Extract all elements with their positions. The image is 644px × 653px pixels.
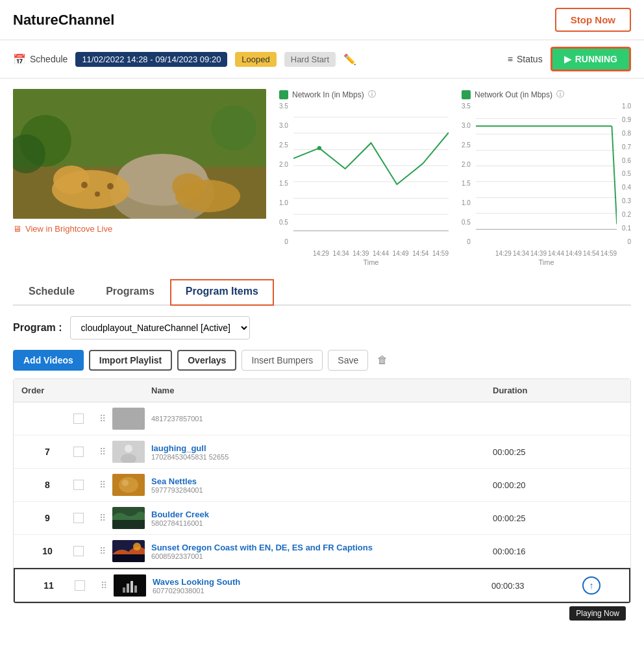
svg-rect-47 [134,585,137,593]
item-info: 4817237857001 [151,415,493,423]
action-buttons: Add Videos Import Playlist Overlays Inse… [13,350,631,371]
drag-handle[interactable]: ⠿ [101,580,114,591]
table-header: Order Name Duration [14,379,630,402]
video-thumbnail [112,408,145,430]
program-label: Program : [13,322,62,334]
item-name: laughing_gull [151,443,493,453]
insert-bumpers-button[interactable]: Insert Bumpers [242,350,323,371]
header-thumb [112,386,151,395]
svg-point-5 [53,166,90,194]
action-col: ↑ [582,576,621,595]
svg-point-8 [107,183,114,190]
table-row-playing: 11 ⠿ Waves Looking South 6077029038001 0… [14,568,630,603]
playing-now-container: Playing Now [13,606,631,621]
monitor-icon: 🖥 [13,224,21,234]
info-icon-out: ⓘ [556,89,564,100]
item-name: Sea Nettles [151,476,493,486]
running-button[interactable]: ▶ RUNNING [551,47,631,71]
row-checkbox[interactable] [73,513,84,523]
save-button[interactable]: Save [328,350,368,371]
schedule-text: Schedule [30,54,68,64]
row-checkbox[interactable] [73,413,84,424]
media-row: 🖥 View in Brightcove Live Network In (in… [13,89,631,266]
row-checkbox[interactable] [73,546,84,556]
video-thumbnail [112,507,145,529]
item-id: 5802784116001 [151,519,493,527]
trash-icon[interactable]: 🗑 [373,351,391,370]
item-name: Waves Looking South [153,577,491,587]
import-playlist-button[interactable]: Import Playlist [89,350,172,371]
svg-point-42 [133,543,141,550]
tab-schedule[interactable]: Schedule [13,279,90,306]
date-range[interactable]: 11/02/2022 14:28 - 09/14/2023 09:20 [75,52,227,67]
drag-handle[interactable]: ⠿ [99,480,112,490]
status-label: ≡ Status [508,54,543,64]
overlays-button[interactable]: Overlays [177,350,236,371]
order-num: 8 [21,480,73,490]
svg-point-36 [119,477,138,493]
add-videos-button[interactable]: Add Videos [13,350,84,371]
tab-programs[interactable]: Programs [90,279,170,306]
chart-out-y-axis-right: 1.00.90.80.70.60.50.40.30.20.10 [619,103,631,245]
chart-in-x-title: Time [293,258,449,266]
network-out-color [462,90,471,99]
item-id: 6008592337001 [151,552,493,560]
header-drag [99,386,112,395]
svg-point-37 [122,480,129,486]
video-thumbnail [112,540,145,562]
edit-icon[interactable]: ✏️ [343,53,356,66]
drag-handle[interactable]: ⠿ [99,546,112,556]
program-row: Program : cloudplayout_NatureChannel [Ac… [13,316,631,339]
svg-rect-46 [130,581,133,593]
network-out-chart: Network Out (in Mbps) ⓘ 3.53.02.52.01.51… [462,89,631,266]
video-thumbnail [112,474,145,496]
drag-handle[interactable]: ⠿ [99,513,112,523]
table-row: 7 ⠿ laughing_gull 17028453045831 52655 0… [14,436,630,469]
program-items-table: Order Name Duration ⠿ 4817237857001 7 [13,378,631,604]
network-in-chart: Network In (in Mbps) ⓘ 3.53.02.52.01.51.… [279,89,449,266]
order-num: 7 [21,447,73,457]
table-row: 8 ⠿ Sea Nettles 5977793284001 00:00:20 [14,469,630,502]
tab-program-items[interactable]: Program Items [170,279,274,306]
order-num: 11 [23,580,75,591]
row-checkbox[interactable] [73,447,84,457]
row-checkbox[interactable] [75,580,85,591]
item-info: Boulder Creek 5802784116001 [151,510,493,527]
table-row: 9 ⠿ Boulder Creek 5802784116001 00:00:25 [14,502,630,535]
chart-out-x-title: Time [476,258,617,266]
network-in-title: Network In (in Mbps) ⓘ [279,89,449,100]
svg-rect-41 [112,554,145,562]
chart-in-x-labels: 14:2914:3414:3914:4414:4914:5414:59 [293,250,449,257]
item-name: Boulder Creek [151,510,493,519]
running-label: RUNNING [575,54,617,64]
item-duration: 00:00:20 [493,480,584,490]
chart-out-svg-container: 14:2914:3414:3914:4414:4914:5414:59 Time [476,103,617,266]
svg-rect-44 [123,587,125,593]
item-name: Sunset Oregon Coast with EN, DE, ES and … [151,543,493,552]
svg-point-10 [172,173,204,199]
looped-badge: Looped [235,52,276,67]
header-actions [584,386,623,395]
schedule-label: 📅 Schedule [13,53,68,66]
tabs: Schedule Programs Program Items [13,279,631,306]
svg-rect-43 [114,574,146,597]
header: NatureChannel Stop Now [0,0,644,40]
chart-in-svg [293,103,449,245]
svg-point-12 [211,105,256,151]
svg-point-33 [125,445,132,452]
stop-now-button[interactable]: Stop Now [555,8,631,32]
charts-area: Network In (in Mbps) ⓘ 3.53.02.52.01.51.… [279,89,631,266]
table-row: ⠿ 4817237857001 [14,402,630,436]
drag-handle[interactable]: ⠿ [99,413,112,424]
svg-rect-39 [112,520,145,529]
item-info: laughing_gull 17028453045831 52655 [151,443,493,461]
video-section: 🖥 View in Brightcove Live [13,89,266,234]
move-up-button[interactable]: ↑ [582,576,601,595]
header-name: Name [151,386,493,395]
item-duration: 00:00:33 [491,581,582,591]
view-brightcove-link[interactable]: 🖥 View in Brightcove Live [13,224,266,234]
program-select[interactable]: cloudplayout_NatureChannel [Active] [70,316,250,339]
row-checkbox[interactable] [73,480,84,490]
network-out-title: Network Out (in Mbps) ⓘ [462,89,631,100]
drag-handle[interactable]: ⠿ [99,447,112,457]
